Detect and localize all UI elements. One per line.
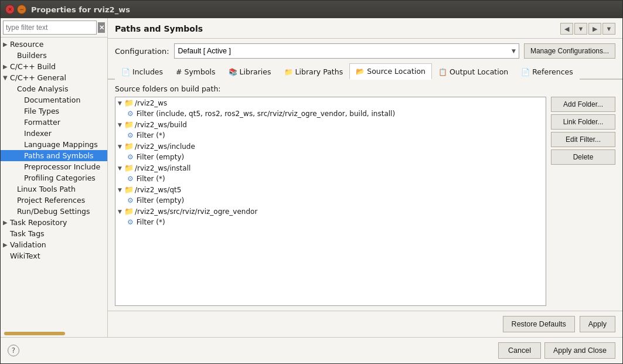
sidebar: ✕ ▶ ResourceBuilders▶ C/C++ Build▼ C/C++…	[1, 18, 108, 337]
sidebar-item-paths-and-symbols[interactable]: Paths and Symbols	[1, 150, 107, 161]
tree-arrow-icon: ▼	[3, 74, 10, 81]
tab---symbols[interactable]: # Symbols	[169, 63, 222, 80]
tab-output-location[interactable]: 📋Output Location	[432, 63, 515, 80]
sidebar-item-indexer[interactable]: Indexer	[1, 128, 107, 139]
folder-item[interactable]: ▼📁/rviz2_ws	[115, 97, 546, 108]
folder-item[interactable]: ▼📁/rviz2_ws/build	[115, 119, 546, 130]
tab-icon: 📄	[121, 68, 130, 76]
apply-button[interactable]: Apply	[580, 316, 615, 332]
tab-icon: 📋	[438, 68, 447, 76]
edit-filter-button[interactable]: Edit Filter...	[551, 132, 615, 147]
sidebar-item-label: Documentation	[24, 96, 80, 104]
filter-input[interactable]	[3, 21, 97, 35]
tab-icon: 📁	[284, 68, 293, 76]
sidebar-item-code-analysis[interactable]: Code Analysis	[1, 83, 107, 94]
folder-item[interactable]: ⚙Filter (empty)	[115, 152, 546, 162]
sidebar-item-wikitext[interactable]: WikiText	[1, 250, 107, 261]
folder-item[interactable]: ▼📁/rviz2_ws/install	[115, 162, 546, 174]
folder-item[interactable]: ▼📁/rviz2_ws/include	[115, 141, 546, 152]
help-icon[interactable]: ?	[8, 345, 19, 356]
folder-label: Filter (include, qt5, ros2, ros2_ws, src…	[137, 110, 395, 118]
folder-item[interactable]: ⚙Filter (*)	[115, 174, 546, 184]
sidebar-item-label: Code Analysis	[17, 84, 68, 93]
tab-source-location[interactable]: 📂Source Location	[349, 63, 432, 80]
close-button[interactable]: ✕	[5, 5, 15, 14]
panel-title: Paths and Symbols	[115, 24, 203, 33]
tree-arrow-icon: ▶	[3, 63, 10, 70]
sidebar-item-project-references[interactable]: Project References	[1, 195, 107, 206]
folder-item[interactable]: ⚙Filter (*)	[115, 217, 546, 227]
sidebar-item-validation[interactable]: ▶ Validation	[1, 239, 107, 250]
tab-includes[interactable]: 📄Includes	[115, 63, 169, 80]
folder-arrow-icon: ▼	[118, 209, 122, 215]
tab-icon: 📄	[521, 68, 530, 76]
sidebar-item-formatter[interactable]: Formatter	[1, 117, 107, 128]
sidebar-item-cpp-general[interactable]: ▼ C/C++ General	[1, 72, 107, 83]
folder-item[interactable]: ▼📁/rviz2_ws/src/rviz/rviz_ogre_vendor	[115, 206, 546, 217]
folder-label: /rviz2_ws	[135, 99, 167, 107]
sidebar-item-cpp-build[interactable]: ▶ C/C++ Build	[1, 61, 107, 72]
folder-item[interactable]: ▼📁/rviz2_ws/qt5	[115, 184, 546, 195]
folder-arrow-icon: ▼	[118, 165, 122, 171]
sidebar-item-documentation[interactable]: Documentation	[1, 94, 107, 106]
nav-forward-dropdown-button[interactable]: ▼	[602, 23, 615, 35]
sidebar-item-label: Validation	[10, 240, 46, 249]
right-panel: Paths and Symbols ◀ ▼ ▶ ▼ Configuration:…	[108, 18, 622, 337]
folder-label: /rviz2_ws/include	[135, 142, 195, 151]
tab-library-paths[interactable]: 📁Library Paths	[278, 63, 350, 80]
sidebar-item-task-tags[interactable]: Task Tags	[1, 228, 107, 239]
sidebar-item-linux-tools-path[interactable]: Linux Tools Path	[1, 183, 107, 195]
sidebar-item-label: Linux Tools Path	[17, 185, 76, 193]
folder-label: Filter (empty)	[137, 153, 184, 161]
sidebar-item-file-types[interactable]: File Types	[1, 106, 107, 117]
sidebar-item-profiling-categories[interactable]: Profiling Categories	[1, 172, 107, 183]
tab-libraries[interactable]: 📚Libraries	[222, 63, 278, 80]
tab-icon: 📂	[356, 67, 365, 76]
apply-and-close-button[interactable]: Apply and Close	[544, 342, 615, 359]
delete-button[interactable]: Delete	[551, 149, 615, 165]
sidebar-item-label: C/C++ Build	[10, 62, 56, 71]
config-row: Configuration: Default [ Active ] Manage…	[108, 39, 622, 63]
sidebar-item-preprocessor-include[interactable]: Preprocessor Include	[1, 161, 107, 172]
titlebar-buttons: ✕ −	[5, 5, 26, 14]
tree-arrow-icon: ▶	[3, 41, 10, 47]
scrollbar[interactable]	[4, 332, 65, 335]
section-label: Source folders on build path:	[115, 84, 615, 93]
nav-back-button[interactable]: ◀	[560, 23, 573, 35]
folder-label: /rviz2_ws/install	[135, 164, 190, 172]
link-folder-button[interactable]: Link Folder...	[551, 114, 615, 130]
folder-item[interactable]: ⚙Filter (*)	[115, 130, 546, 141]
nav-forward-button[interactable]: ▶	[588, 23, 601, 35]
tab-references[interactable]: 📄References	[515, 63, 579, 80]
tab-label: Library Paths	[295, 67, 343, 76]
folder-item[interactable]: ⚙Filter (empty)	[115, 195, 546, 206]
config-select[interactable]: Default [ Active ]	[174, 43, 519, 59]
sidebar-item-task-repository[interactable]: ▶ Task Repository	[1, 217, 107, 228]
tab-label: Libraries	[240, 67, 271, 76]
tree-arrow-icon: ▶	[3, 219, 10, 226]
bottom-bar: Restore Defaults Apply	[108, 311, 622, 337]
sidebar-item-label: Language Mappings	[24, 140, 98, 149]
content-area: Source folders on build path: ▼📁/rviz2_w…	[108, 80, 622, 311]
sidebar-item-language-mappings[interactable]: Language Mappings	[1, 139, 107, 150]
sidebar-item-builders[interactable]: Builders	[1, 50, 107, 61]
nav-back-dropdown-button[interactable]: ▼	[574, 23, 587, 35]
folder-item[interactable]: ⚙Filter (include, qt5, ros2, ros2_ws, sr…	[115, 108, 546, 119]
sidebar-item-label: Indexer	[24, 129, 52, 138]
config-select-wrap: Default [ Active ]	[174, 43, 519, 59]
sidebar-item-label: Run/Debug Settings	[17, 207, 90, 216]
folder-icon: 📁	[124, 185, 134, 194]
action-buttons: Add Folder...Link Folder...Edit Filter..…	[551, 97, 615, 306]
sidebar-item-label: File Types	[24, 107, 59, 115]
cancel-button[interactable]: Cancel	[498, 342, 541, 359]
sidebar-item-resource[interactable]: ▶ Resource	[1, 39, 107, 50]
folder-label: /rviz2_ws/src/rviz/rviz_ogre_vendor	[135, 207, 257, 216]
minimize-button[interactable]: −	[17, 5, 26, 14]
sidebar-item-run-debug-settings[interactable]: Run/Debug Settings	[1, 206, 107, 217]
filter-clear-button[interactable]: ✕	[98, 22, 105, 33]
filter-icon: ⚙	[127, 131, 134, 140]
add-folder-button[interactable]: Add Folder...	[551, 97, 615, 112]
folder-label: Filter (*)	[137, 131, 165, 140]
manage-configurations-button[interactable]: Manage Configurations...	[524, 43, 615, 59]
restore-defaults-button[interactable]: Restore Defaults	[503, 316, 575, 332]
